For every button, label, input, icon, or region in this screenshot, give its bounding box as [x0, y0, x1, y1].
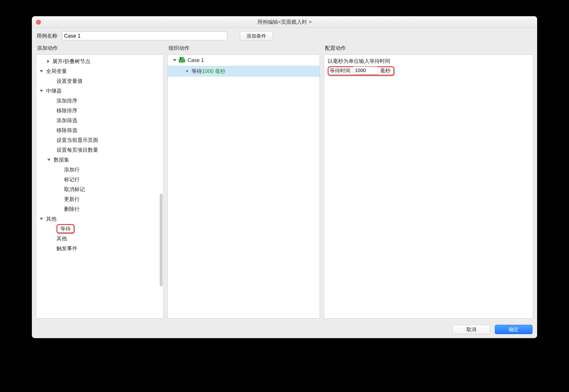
configure-action-title: 配置动作	[324, 43, 533, 54]
add-condition-button[interactable]: 添加条件	[240, 31, 273, 41]
titlebar: 用例编辑<页面载入时 >	[32, 16, 537, 28]
tree-item-set-items-per-page[interactable]: 设置每页项目数量	[36, 145, 163, 155]
configure-action-panel: 以毫秒为单位输入等待时间 等待时间 毫秒	[324, 54, 533, 318]
wait-unit: 毫秒	[380, 67, 391, 74]
tree-label: 等待	[60, 225, 71, 232]
tree-item-add-sort[interactable]: 添加排序	[36, 96, 163, 106]
tree-item-update-row[interactable]: 更新行	[36, 194, 163, 204]
organize-action-column: 组织动作 Case 1 等待 1000 毫秒	[167, 43, 320, 318]
tree-label: 其他	[56, 235, 67, 242]
columns: 添加动作 展开/折叠树节点 全局变量 设置变量值	[32, 43, 537, 323]
wait-time-input[interactable]	[353, 67, 378, 75]
add-action-title: 添加动作	[36, 43, 163, 54]
tree-label: 全局变量	[46, 68, 67, 75]
organize-action-panel: Case 1 等待 1000 毫秒	[167, 54, 320, 318]
dialog-window: 用例编辑<页面载入时 > 用例名称 添加条件 添加动作 展开/折叠树节点 全局变…	[32, 16, 537, 338]
case-label: Case 1	[187, 57, 204, 63]
tree-label: 取消标记	[64, 186, 85, 193]
bolt-icon	[185, 68, 189, 74]
tree-item-mark-row[interactable]: 标记行	[36, 175, 163, 184]
chevron-down-icon	[40, 218, 43, 220]
close-icon[interactable]	[36, 20, 41, 25]
tree-label: 移除筛选	[56, 127, 77, 134]
chevron-down-icon	[40, 70, 43, 72]
case-name-label: 用例名称	[37, 32, 57, 39]
tree-item-set-current-page[interactable]: 设置当前显示页面	[36, 135, 163, 145]
tree-label: 其他	[46, 215, 56, 222]
tree-label: 展开/折叠树节点	[52, 58, 90, 65]
configure-action-column: 配置动作 以毫秒为单位输入等待时间 等待时间 毫秒	[324, 43, 533, 318]
tree-item-add-filter[interactable]: 添加筛选	[36, 116, 163, 125]
cancel-button[interactable]: 取消	[453, 325, 490, 334]
tree-label: 添加行	[64, 166, 80, 173]
add-action-panel: 展开/折叠树节点 全局变量 设置变量值 中继器 添加排序 移除排序	[36, 54, 163, 318]
scrollbar[interactable]	[160, 194, 163, 286]
case-name-input[interactable]	[62, 32, 227, 40]
wait-config-row: 等待时间 毫秒	[328, 66, 394, 76]
tree-label: 设置变量值	[56, 78, 83, 85]
tree-item-wait[interactable]: 等待	[36, 224, 163, 234]
tree-label: 更新行	[64, 196, 80, 203]
tree-label: 中继器	[46, 87, 62, 94]
action-prefix: 等待	[192, 68, 202, 75]
tree-group-global-vars[interactable]: 全局变量	[36, 66, 163, 76]
action-node-wait[interactable]: 等待 1000 毫秒	[168, 66, 320, 77]
chevron-down-icon	[40, 90, 43, 92]
tree-label: 触发事件	[56, 245, 77, 252]
dialog-footer: 取消 确定	[32, 323, 537, 338]
ok-button[interactable]: 确定	[495, 325, 532, 334]
chevron-right-icon	[47, 60, 50, 63]
tree-group-dataset[interactable]: 数据集	[36, 155, 163, 165]
chevron-down-icon	[47, 159, 51, 161]
organize-action-title: 组织动作	[167, 43, 320, 54]
tree-label: 设置每页项目数量	[56, 146, 98, 153]
tree-label: 添加排序	[56, 97, 77, 104]
tree-group-repeater[interactable]: 中继器	[36, 86, 163, 96]
action-value: 1000 毫秒	[202, 68, 225, 75]
tree-label: 删除行	[64, 206, 80, 213]
action-tree: 展开/折叠树节点 全局变量 设置变量值 中继器 添加排序 移除排序	[36, 55, 163, 318]
tree-item-remove-sort[interactable]: 移除排序	[36, 106, 163, 116]
tree-label: 标记行	[64, 176, 80, 183]
tree-label: 设置当前显示页面	[56, 137, 98, 144]
tree-item-unmark-row[interactable]: 取消标记	[36, 184, 163, 194]
tree-label: 数据集	[54, 156, 69, 163]
config-hint: 以毫秒为单位输入等待时间	[328, 58, 529, 65]
tree-item-add-row[interactable]: 添加行	[36, 165, 163, 175]
highlighted-wait: 等待	[56, 224, 74, 233]
wait-label: 等待时间	[330, 67, 351, 74]
tree-item-expand-collapse[interactable]: 展开/折叠树节点	[36, 56, 163, 66]
chevron-down-icon	[173, 59, 176, 61]
window-title: 用例编辑<页面载入时 >	[257, 19, 312, 25]
tree-item-set-var[interactable]: 设置变量值	[36, 76, 163, 86]
tree-item-delete-row[interactable]: 删除行	[36, 204, 163, 214]
tree-item-other2[interactable]: 其他	[36, 234, 163, 243]
tree-item-fire-event[interactable]: 触发事件	[36, 243, 163, 253]
tree-item-remove-filter[interactable]: 移除筛选	[36, 125, 163, 135]
header-row: 用例名称 添加条件	[32, 28, 537, 43]
case-node[interactable]: Case 1	[168, 55, 320, 66]
tree-group-other[interactable]: 其他	[36, 214, 163, 224]
tree-label: 添加筛选	[56, 117, 77, 124]
add-action-column: 添加动作 展开/折叠树节点 全局变量 设置变量值	[36, 43, 163, 318]
tree-label: 移除排序	[56, 107, 77, 114]
case-icon	[179, 58, 185, 63]
